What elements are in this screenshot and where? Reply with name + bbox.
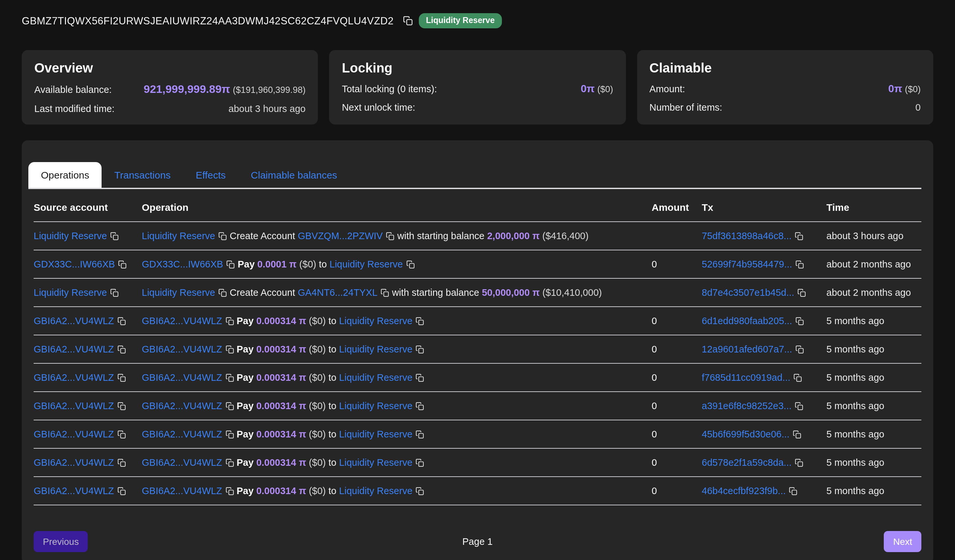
- operation-destination-link[interactable]: Liquidity Reserve: [339, 485, 412, 496]
- tab-effects[interactable]: Effects: [183, 162, 238, 188]
- tab-operations[interactable]: Operations: [28, 162, 102, 188]
- operation-actor-link[interactable]: GBI6A2...VU4WLZ: [142, 315, 222, 326]
- source-account-link[interactable]: GBI6A2...VU4WLZ: [34, 429, 114, 440]
- copy-icon[interactable]: [110, 289, 119, 297]
- copy-icon[interactable]: [416, 402, 424, 410]
- copy-icon[interactable]: [403, 16, 413, 26]
- operation-actor-link[interactable]: Liquidity Reserve: [142, 287, 215, 298]
- source-account-link[interactable]: GBI6A2...VU4WLZ: [34, 401, 114, 411]
- source-account-link[interactable]: GBI6A2...VU4WLZ: [34, 457, 114, 468]
- operation-connector: to: [319, 259, 327, 270]
- total-locking-value: 0π: [581, 83, 595, 94]
- tx-hash-link[interactable]: 12a9601afed607a7...: [702, 344, 792, 354]
- tx-hash-link[interactable]: f7685d11cc0919ad...: [702, 372, 791, 383]
- copy-icon[interactable]: [795, 317, 804, 326]
- operation-destination-link[interactable]: Liquidity Reserve: [339, 344, 412, 354]
- copy-icon[interactable]: [406, 260, 415, 269]
- copy-icon[interactable]: [386, 232, 395, 240]
- copy-icon[interactable]: [117, 487, 126, 495]
- copy-icon[interactable]: [416, 487, 424, 495]
- copy-icon[interactable]: [225, 345, 234, 354]
- operation-actor-link[interactable]: GDX33C...IW66XB: [142, 259, 223, 270]
- copy-icon[interactable]: [416, 459, 424, 467]
- source-account-link[interactable]: GBI6A2...VU4WLZ: [34, 344, 114, 354]
- copy-icon[interactable]: [225, 317, 234, 326]
- copy-icon[interactable]: [117, 459, 126, 467]
- copy-icon[interactable]: [416, 345, 424, 354]
- tx-hash-link[interactable]: a391e6f8c98252e3...: [702, 401, 792, 411]
- tx-hash-link[interactable]: 52699f74b9584479...: [702, 259, 792, 270]
- operation-destination-link[interactable]: Liquidity Reserve: [329, 259, 402, 270]
- copy-icon[interactable]: [218, 232, 227, 240]
- copy-icon[interactable]: [416, 430, 424, 439]
- source-account-link[interactable]: GBI6A2...VU4WLZ: [34, 372, 114, 383]
- tx-hash-link[interactable]: 8d7e4c3507e1b45d...: [702, 287, 794, 298]
- copy-icon[interactable]: [381, 289, 390, 297]
- copy-icon[interactable]: [117, 402, 126, 410]
- operation-actor-link[interactable]: Liquidity Reserve: [142, 231, 215, 241]
- operation-actor-link[interactable]: GBI6A2...VU4WLZ: [142, 344, 222, 354]
- last-modified-value: about 3 hours ago: [229, 103, 306, 114]
- operation-actor-link[interactable]: GBI6A2...VU4WLZ: [142, 429, 222, 440]
- copy-icon[interactable]: [794, 374, 802, 382]
- copy-icon[interactable]: [110, 232, 119, 240]
- copy-icon[interactable]: [225, 430, 234, 439]
- copy-icon[interactable]: [416, 317, 424, 326]
- operation-action: Pay: [236, 315, 254, 326]
- copy-icon[interactable]: [795, 402, 804, 410]
- operation-account-link[interactable]: GA4NT6...24TYXL: [298, 287, 377, 298]
- copy-icon[interactable]: [118, 260, 127, 269]
- source-account-link[interactable]: GBI6A2...VU4WLZ: [34, 315, 114, 326]
- copy-icon[interactable]: [218, 289, 227, 297]
- overview-card: Overview Available balance: 921,999,999.…: [22, 50, 318, 125]
- tx-hash-link[interactable]: 75df3613898a46c8...: [702, 231, 792, 241]
- next-button[interactable]: Next: [884, 531, 921, 552]
- copy-icon[interactable]: [789, 487, 798, 495]
- source-account-link[interactable]: Liquidity Reserve: [34, 287, 107, 298]
- operation-actor-link[interactable]: GBI6A2...VU4WLZ: [142, 372, 222, 383]
- source-account-link[interactable]: Liquidity Reserve: [34, 231, 107, 241]
- total-locking-row: Total locking (0 items): 0π ($0): [342, 83, 614, 95]
- copy-icon[interactable]: [225, 487, 234, 495]
- copy-icon[interactable]: [225, 402, 234, 410]
- copy-icon[interactable]: [795, 260, 804, 269]
- source-account-link[interactable]: GBI6A2...VU4WLZ: [34, 485, 114, 496]
- copy-icon[interactable]: [227, 260, 235, 269]
- tab-transactions[interactable]: Transactions: [102, 162, 183, 188]
- time-cell: 5 months ago: [827, 448, 921, 477]
- copy-icon[interactable]: [225, 374, 234, 382]
- operation-actor-link[interactable]: GBI6A2...VU4WLZ: [142, 485, 222, 496]
- tx-hash-link[interactable]: 45b6f699f5d30e06...: [702, 429, 789, 440]
- copy-icon[interactable]: [793, 430, 802, 439]
- operation-destination-link[interactable]: Liquidity Reserve: [339, 401, 412, 411]
- previous-button[interactable]: Previous: [34, 531, 88, 552]
- operation-destination-link[interactable]: Liquidity Reserve: [339, 457, 412, 468]
- operation-action: Pay: [238, 259, 255, 270]
- tab-claimable-balances[interactable]: Claimable balances: [238, 162, 350, 188]
- tx-hash-link[interactable]: 46b4cecfbf923f9b...: [702, 485, 786, 496]
- copy-icon[interactable]: [117, 317, 126, 326]
- operation-pi-amount: 0.000314 π: [256, 485, 306, 496]
- operation-destination-link[interactable]: Liquidity Reserve: [339, 429, 412, 440]
- copy-icon[interactable]: [798, 289, 806, 297]
- amount-cell: 0: [651, 448, 702, 477]
- operation-account-link[interactable]: GBVZQM...2PZWIV: [298, 231, 383, 241]
- source-account-link[interactable]: GDX33C...IW66XB: [34, 259, 115, 270]
- copy-icon[interactable]: [795, 459, 804, 467]
- operation-destination-link[interactable]: Liquidity Reserve: [339, 372, 412, 383]
- operation-destination-link[interactable]: Liquidity Reserve: [339, 315, 412, 326]
- copy-icon[interactable]: [117, 374, 126, 382]
- copy-icon[interactable]: [416, 374, 424, 382]
- tx-hash-link[interactable]: 6d578e2f1a59c8da...: [702, 457, 792, 468]
- copy-icon[interactable]: [795, 232, 804, 240]
- operation-action: Create Account: [230, 287, 295, 298]
- operation-actor-link[interactable]: GBI6A2...VU4WLZ: [142, 457, 222, 468]
- tx-hash-link[interactable]: 6d1edd980faab205...: [702, 315, 792, 326]
- available-balance-value: 921,999,999.89π: [144, 83, 230, 95]
- operation-actor-link[interactable]: GBI6A2...VU4WLZ: [142, 401, 222, 411]
- copy-icon[interactable]: [117, 345, 126, 354]
- operation-connector: with starting balance: [398, 231, 484, 241]
- copy-icon[interactable]: [117, 430, 126, 439]
- copy-icon[interactable]: [795, 345, 804, 354]
- copy-icon[interactable]: [225, 459, 234, 467]
